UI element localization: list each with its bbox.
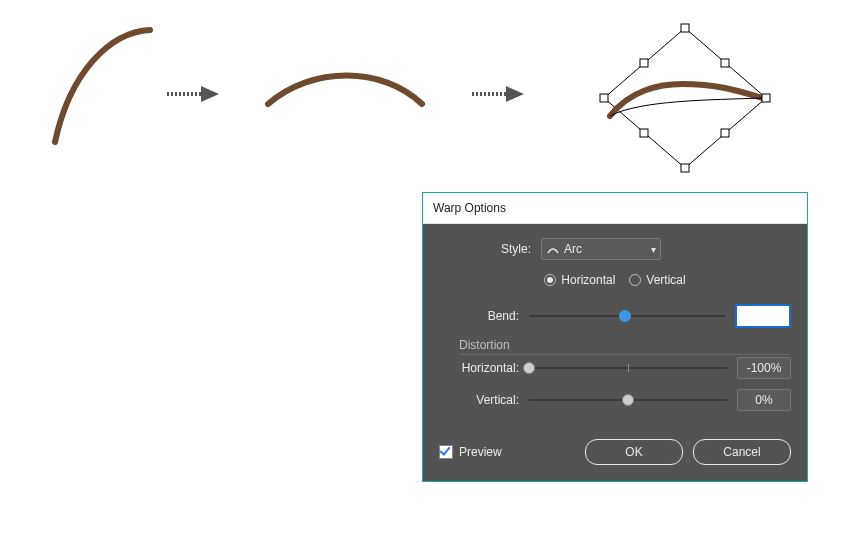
svg-rect-11 [640, 129, 648, 137]
distortion-vertical-slider[interactable] [529, 392, 737, 408]
arrow-icon [470, 82, 528, 106]
warped-shape-with-bbox[interactable] [590, 18, 780, 178]
radio-dot-icon [544, 274, 556, 286]
distortion-section-label: Distortion [459, 338, 789, 355]
chevron-down-icon: ▾ [651, 244, 656, 255]
svg-rect-7 [681, 164, 689, 172]
bend-value-input[interactable] [735, 304, 791, 328]
bend-label: Bend: [439, 309, 529, 323]
checkbox-icon [439, 445, 453, 459]
orientation-vertical-radio[interactable]: Vertical [629, 273, 685, 287]
svg-marker-3 [506, 86, 524, 102]
distortion-vertical-label: Vertical: [439, 393, 529, 407]
arc-shape-2 [262, 60, 432, 120]
svg-rect-10 [721, 129, 729, 137]
orientation-horizontal-label: Horizontal [561, 273, 615, 287]
svg-marker-1 [201, 86, 219, 102]
style-label: Style: [451, 242, 541, 256]
arc-shape-1 [40, 22, 170, 152]
svg-rect-12 [640, 59, 648, 67]
arc-style-icon [546, 243, 560, 255]
orientation-vertical-label: Vertical [646, 273, 685, 287]
svg-rect-6 [762, 94, 770, 102]
preview-label: Preview [459, 445, 502, 459]
dialog-body: Style: Arc ▾ Horizontal Vertical [423, 224, 807, 481]
svg-rect-5 [681, 24, 689, 32]
distortion-vertical-value[interactable]: 0% [737, 389, 791, 411]
radio-dot-icon [629, 274, 641, 286]
svg-rect-8 [600, 94, 608, 102]
canvas-illustration [0, 0, 850, 200]
warp-options-dialog: Warp Options Style: Arc ▾ Horizontal [422, 192, 808, 482]
bend-slider[interactable] [529, 308, 735, 324]
orientation-horizontal-radio[interactable]: Horizontal [544, 273, 615, 287]
style-select[interactable]: Arc ▾ [541, 238, 661, 260]
distortion-horizontal-label: Horizontal: [439, 361, 529, 375]
preview-checkbox[interactable]: Preview [439, 445, 502, 459]
cancel-button[interactable]: Cancel [693, 439, 791, 465]
ok-button[interactable]: OK [585, 439, 683, 465]
distortion-horizontal-slider[interactable] [529, 360, 737, 376]
style-value: Arc [564, 242, 582, 256]
distortion-horizontal-value[interactable]: -100% [737, 357, 791, 379]
arrow-icon [165, 82, 223, 106]
dialog-title: Warp Options [423, 193, 807, 224]
svg-rect-9 [721, 59, 729, 67]
